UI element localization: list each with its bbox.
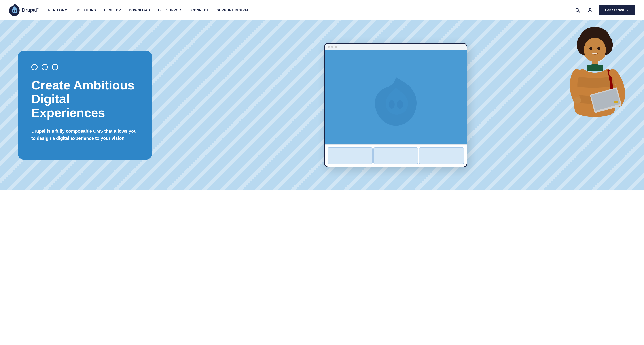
svg-point-5 [389,100,395,109]
svg-line-3 [579,11,580,12]
search-icon [575,8,580,13]
nav-link-solutions[interactable]: SOLUTIONS [75,8,96,12]
svg-point-22 [573,97,582,104]
mockup-card-3 [419,147,464,164]
person-illustration [557,27,633,139]
hero-content: Create Ambitious Digital Experiences Dru… [18,40,626,170]
browser-footer [325,144,467,167]
browser-dot-1 [328,46,330,48]
nav-link-download[interactable]: DOWNLOAD [129,8,150,12]
hero-section: Create Ambitious Digital Experiences Dru… [0,20,644,190]
nav-link-support-drupal[interactable]: SUPPORT DRUPAL [217,8,249,12]
nav-link-get-support[interactable]: GET SUPPORT [158,8,183,12]
mockup-card-2 [374,147,418,164]
hero-dot-1 [31,64,38,70]
browser-mockup [324,43,467,167]
nav-link-connect[interactable]: CONNECT [192,8,209,12]
logo-link[interactable]: Drupal™ [9,4,39,16]
browser-dot-2 [331,46,334,48]
brand-name: Drupal™ [22,7,39,13]
user-icon [588,8,593,13]
svg-point-6 [397,100,403,109]
nav-links-container: PLATFORM SOLUTIONS DEVELOP DOWNLOAD GET … [48,8,574,12]
main-nav: Drupal™ PLATFORM SOLUTIONS DEVELOP DOWNL… [0,0,644,20]
svg-point-17 [590,47,592,50]
svg-point-4 [589,8,591,10]
hero-mockup-container [166,40,626,170]
hero-dots [31,64,139,70]
svg-rect-26 [614,101,618,103]
hero-card: Create Ambitious Digital Experiences Dru… [18,51,152,160]
svg-point-16 [584,38,606,62]
hero-description: Drupal is a fully composable CMS that al… [31,128,139,142]
drupal-watermark-icon [371,77,420,126]
svg-point-0 [12,10,14,12]
nav-actions: Get Started → [574,5,635,15]
get-started-button[interactable]: Get Started → [598,5,635,15]
svg-point-18 [598,47,600,50]
hero-title: Create Ambitious Digital Experiences [31,78,139,120]
drupal-logo-icon [9,4,20,16]
svg-point-1 [14,10,16,12]
nav-link-develop[interactable]: DEVELOP [104,8,121,12]
mockup-card-1 [328,147,372,164]
hero-dot-2 [42,64,48,70]
browser-header [325,44,467,50]
browser-dot-3 [335,46,337,48]
user-button[interactable] [586,6,594,14]
hero-dot-3 [52,64,58,70]
nav-link-platform[interactable]: PLATFORM [48,8,67,12]
svg-rect-21 [587,65,603,71]
search-button[interactable] [574,6,582,14]
browser-body [325,50,467,144]
